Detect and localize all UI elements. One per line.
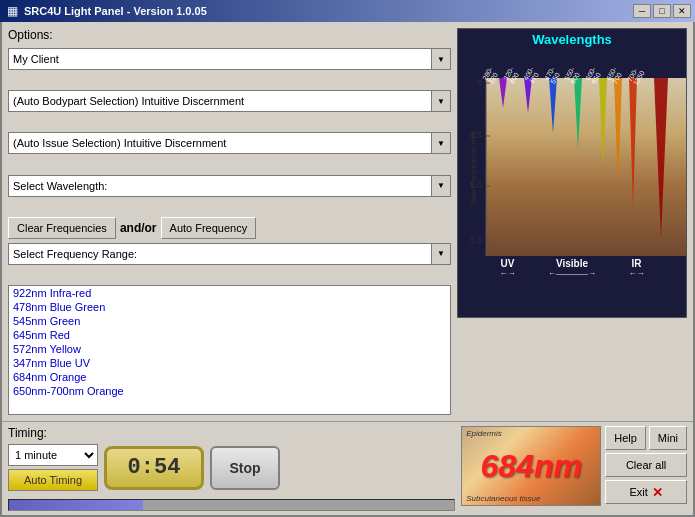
window-title: SRC4U Light Panel - Version 1.0.05 xyxy=(24,5,207,17)
frequency-row: Clear Frequencies and/or Auto Frequency xyxy=(8,217,451,239)
andor-label: and/or xyxy=(120,221,157,235)
timing-controls: 1 minute 2 minutes 3 minutes 5 minutes 1… xyxy=(8,444,455,491)
exit-x-icon: ✕ xyxy=(652,485,663,500)
nm-display: 684nm xyxy=(481,448,582,485)
progress-bar-container[interactable] xyxy=(8,499,455,511)
epidermis-label: Epidermis xyxy=(466,429,502,438)
ir-label-area: IR ←→ xyxy=(615,258,658,278)
left-timing-col: 1 minute 2 minutes 3 minutes 5 minutes 1… xyxy=(8,444,98,491)
content-area: Options: My Client ▼ (Auto Bodypart Sele… xyxy=(2,22,693,421)
timer-display: 0:54 xyxy=(104,446,204,490)
visible-arrows: ←————→ xyxy=(529,269,615,278)
client-dropdown-container[interactable]: My Client ▼ xyxy=(8,48,451,86)
action-buttons-col: Help Mini Clear all Exit ✕ xyxy=(605,426,687,504)
exit-label: Exit xyxy=(629,486,647,498)
chart-title: Wavelengths xyxy=(532,32,612,47)
right-panel: Wavelengths 280-320 320-400 400-470 470-… xyxy=(457,28,687,415)
stop-button[interactable]: Stop xyxy=(210,446,280,490)
bodypart-dropdown[interactable]: (Auto Bodypart Selection) Intuitive Disc… xyxy=(8,90,451,112)
auto-frequency-button[interactable]: Auto Frequency xyxy=(161,217,257,239)
svg-text:0: 0 xyxy=(477,78,482,88)
clear-frequencies-button[interactable]: Clear Frequencies xyxy=(8,217,116,239)
app-icon: ▦ xyxy=(4,3,20,19)
skin-thumbnail: Epidermis 684nm Subcutaneous tissue xyxy=(461,426,601,506)
maximize-button[interactable]: □ xyxy=(653,4,671,18)
main-window: Options: My Client ▼ (Auto Bodypart Sele… xyxy=(0,22,695,517)
visible-label-area: Visible ←————→ xyxy=(529,258,615,278)
title-bar-left: ▦ SRC4U Light Panel - Version 1.0.05 xyxy=(4,3,207,19)
issue-dropdown[interactable]: (Auto Issue Selection) Intuitive Discern… xyxy=(8,132,451,154)
list-item[interactable]: 572nm Yellow xyxy=(9,342,450,356)
svg-text:Skin Penetration mm: Skin Penetration mm xyxy=(469,131,478,206)
bodypart-dropdown-container[interactable]: (Auto Bodypart Selection) Intuitive Disc… xyxy=(8,90,451,128)
column-labels: 280-320 320-400 400-470 470-550 550-600 … xyxy=(458,50,686,78)
svg-text:3.0: 3.0 xyxy=(469,235,482,245)
progress-bar-fill xyxy=(9,500,143,510)
subcutaneous-label: Subcutaneous tissue xyxy=(466,494,540,503)
list-item[interactable]: 545nm Green xyxy=(9,314,450,328)
spectrum-labels-row: UV ←→ Visible ←————→ IR ← xyxy=(458,256,686,280)
chart-title-bg: Wavelengths xyxy=(458,29,686,50)
clear-all-button[interactable]: Clear all xyxy=(605,453,687,477)
auto-timing-button[interactable]: Auto Timing xyxy=(8,469,98,491)
right-bottom-panel: Epidermis 684nm Subcutaneous tissue Help… xyxy=(461,426,687,506)
wavelength-dropdown-container[interactable]: Select Wavelength: ▼ xyxy=(8,175,451,213)
bottom-row: Timing: 1 minute 2 minutes 3 minutes 5 m… xyxy=(2,421,693,515)
minute-dropdown[interactable]: 1 minute 2 minutes 3 minutes 5 minutes 1… xyxy=(8,444,98,466)
list-item[interactable]: 347nm Blue UV xyxy=(9,356,450,370)
freq-range-dropdown-container[interactable]: Select Frequency Range: ▼ xyxy=(8,243,451,281)
freq-range-dropdown[interactable]: Select Frequency Range: xyxy=(8,243,451,265)
frequency-list[interactable]: 922nm Infra-red 478nm Blue Green 545nm G… xyxy=(8,285,451,415)
client-dropdown[interactable]: My Client xyxy=(8,48,451,70)
uv-label: UV xyxy=(486,258,529,269)
mini-button[interactable]: Mini xyxy=(649,426,687,450)
title-bar: ▦ SRC4U Light Panel - Version 1.0.05 ─ □… xyxy=(0,0,695,22)
exit-button[interactable]: Exit ✕ xyxy=(605,480,687,504)
list-item[interactable]: 922nm Infra-red xyxy=(9,286,450,300)
list-item[interactable]: 478nm Blue Green xyxy=(9,300,450,314)
visible-label: Visible xyxy=(529,258,615,269)
help-button[interactable]: Help xyxy=(605,426,646,450)
ir-label: IR xyxy=(615,258,658,269)
wavelength-chart: Wavelengths 280-320 320-400 400-470 470-… xyxy=(457,28,687,318)
close-button[interactable]: ✕ xyxy=(673,4,691,18)
help-mini-row: Help Mini xyxy=(605,426,687,450)
uv-arrows: ←→ xyxy=(486,269,529,278)
uv-label-area: UV ←→ xyxy=(486,258,529,278)
wavelength-svg: 0 0.5 1.0 3.0 Skin Penetration mm xyxy=(458,78,687,256)
list-item[interactable]: 650nm-700nm Orange xyxy=(9,384,450,398)
issue-dropdown-container[interactable]: (Auto Issue Selection) Intuitive Discern… xyxy=(8,132,451,170)
list-item[interactable]: 645nm Red xyxy=(9,328,450,342)
wavelength-dropdown[interactable]: Select Wavelength: xyxy=(8,175,451,197)
list-item[interactable]: 684nm Orange xyxy=(9,370,450,384)
bottom-left-panel: Timing: 1 minute 2 minutes 3 minutes 5 m… xyxy=(8,426,455,511)
minimize-button[interactable]: ─ xyxy=(633,4,651,18)
left-panel: Options: My Client ▼ (Auto Bodypart Sele… xyxy=(8,28,451,415)
title-buttons: ─ □ ✕ xyxy=(633,4,691,18)
options-label: Options: xyxy=(8,28,451,42)
timing-label: Timing: xyxy=(8,426,455,440)
ir-arrows: ←→ xyxy=(615,269,658,278)
